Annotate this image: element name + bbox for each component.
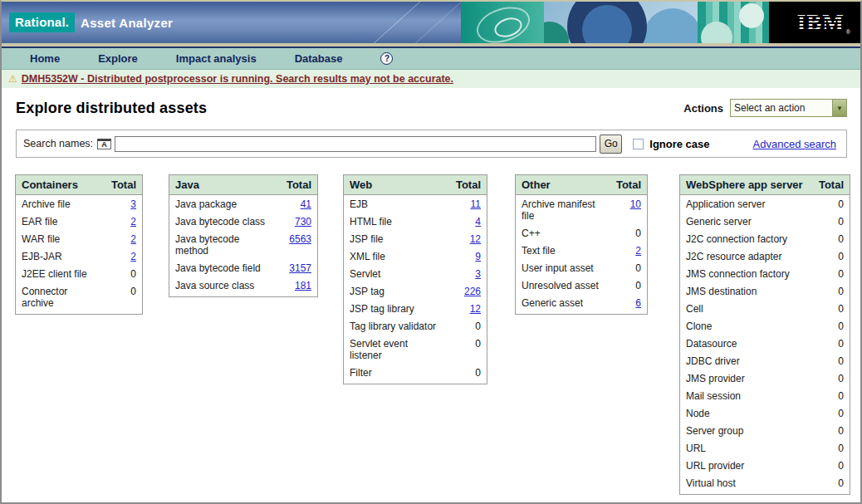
row-value-link[interactable]: 3 — [130, 198, 136, 210]
row-value-link[interactable]: 2 — [130, 216, 136, 228]
row-label: Connector archive — [22, 286, 88, 309]
table-row: Archive file3 — [16, 196, 142, 213]
row-value-link[interactable]: 226 — [464, 286, 481, 297]
row-value: 0 — [838, 460, 844, 472]
match-case-icon[interactable]: A — [97, 139, 111, 149]
row-label: Java bytecode field — [175, 262, 261, 274]
row-label: HTML file — [350, 216, 392, 228]
row-label: Tag library validator — [350, 321, 436, 332]
row-label: EAR file — [22, 216, 57, 228]
row-label: User input asset — [522, 262, 594, 274]
table-row: Tag library validator0 — [344, 318, 487, 335]
row-value-link[interactable]: 9 — [475, 251, 481, 262]
row-label: JSP file — [350, 233, 383, 245]
row-value: 0 — [838, 425, 844, 437]
panel-body: Java package41Java bytecode class730Java… — [169, 195, 317, 296]
warning-banner: ⚠ DMH5352W - Distributed postprocessor i… — [2, 70, 860, 88]
row-value-link[interactable]: 2 — [130, 233, 136, 245]
row-value-link[interactable]: 6 — [635, 297, 641, 309]
table-row: Cell0 — [680, 301, 850, 318]
row-label: Server group — [686, 425, 743, 437]
go-button[interactable]: Go — [600, 135, 622, 154]
panel-web: WebTotalEJB11HTML file4JSP file12XML fil… — [343, 174, 487, 384]
table-row: Text file2 — [516, 242, 647, 260]
help-icon[interactable]: ? — [380, 52, 393, 65]
nav-item-impact-analysis[interactable]: Impact analysis — [176, 52, 257, 65]
actions-select[interactable]: Select an action ▼ — [730, 99, 847, 117]
row-label: EJB — [350, 198, 368, 210]
row-value-link[interactable]: 181 — [295, 280, 311, 291]
table-row: Filter0 — [344, 365, 487, 382]
row-value: 0 — [635, 280, 641, 291]
table-row: JSP tag226 — [344, 283, 487, 301]
row-label: Filter — [350, 367, 372, 379]
panel-title: Java — [175, 179, 199, 191]
row-value: 0 — [838, 321, 844, 332]
row-value: 0 — [838, 355, 844, 367]
row-value: 0 — [475, 367, 481, 379]
row-label: C++ — [522, 228, 541, 239]
table-row: EJB11 — [344, 196, 487, 213]
row-value-link[interactable]: 4 — [475, 216, 481, 228]
row-label: URL — [686, 443, 706, 454]
row-value: 0 — [475, 338, 481, 350]
table-row: JDBC driver0 — [680, 353, 850, 370]
row-label: Node — [686, 408, 710, 419]
row-value-link[interactable]: 11 — [471, 198, 481, 210]
row-label: EJB-JAR — [22, 251, 62, 262]
row-value-link[interactable]: 10 — [630, 198, 641, 210]
row-value: 0 — [130, 268, 136, 280]
table-row: Java package41 — [169, 196, 317, 213]
table-row: XML file9 — [344, 248, 487, 266]
table-row: WAR file2 — [16, 231, 142, 248]
banner-artwork — [461, 2, 544, 43]
panel-total-label: Total — [616, 179, 641, 191]
panel-body: Archive manifest file10C++0Text file2Use… — [516, 195, 647, 314]
row-label: Servlet — [350, 268, 380, 280]
page-header: Explore distributed assets Actions Selec… — [2, 88, 860, 128]
table-row: Archive manifest file10 — [516, 196, 647, 225]
row-value: 0 — [838, 216, 844, 228]
row-value-link[interactable]: 6563 — [289, 233, 311, 245]
row-label: JDBC driver — [686, 355, 740, 367]
warning-message-link[interactable]: DMH5352W - Distributed postprocessor is … — [22, 73, 453, 85]
ignore-case-checkbox[interactable] — [633, 139, 644, 149]
actions-label: Actions — [683, 102, 723, 115]
row-value-link[interactable]: 12 — [470, 303, 481, 315]
row-value-link[interactable]: 41 — [301, 198, 311, 210]
row-value-link[interactable]: 730 — [295, 216, 311, 228]
table-row: JSP file12 — [344, 231, 487, 248]
row-value-link[interactable]: 2 — [130, 251, 136, 262]
chevron-down-icon[interactable]: ▼ — [832, 100, 846, 116]
row-value-link[interactable]: 3 — [475, 268, 481, 280]
table-row: JSP tag library12 — [344, 301, 487, 318]
row-value: 0 — [838, 477, 844, 489]
row-value-link[interactable]: 12 — [470, 233, 481, 245]
nav-item-explore[interactable]: Explore — [98, 52, 138, 65]
row-value: 0 — [838, 408, 844, 419]
row-label: Mail session — [686, 390, 741, 402]
table-row: User input asset0 — [516, 260, 647, 277]
row-value-link[interactable]: 2 — [635, 245, 641, 257]
panel-other: OtherTotalArchive manifest file10C++0Tex… — [515, 174, 648, 315]
row-value: 0 — [838, 198, 844, 210]
advanced-search-link[interactable]: Advanced search — [753, 138, 836, 150]
table-row: C++0 — [516, 225, 647, 242]
row-label: Generic asset — [522, 297, 583, 309]
row-value-link[interactable]: 3157 — [289, 262, 311, 274]
nav-item-home[interactable]: Home — [30, 52, 60, 65]
search-input[interactable] — [115, 136, 596, 152]
table-row: Node0 — [680, 405, 850, 423]
nav-item-database[interactable]: Database — [295, 52, 343, 65]
table-row: J2C connection factory0 — [680, 231, 850, 248]
table-row: EAR file2 — [16, 213, 142, 231]
panel-websphere: WebSphere app serverTotalApplication ser… — [679, 174, 850, 495]
row-label: Clone — [686, 321, 712, 332]
table-row: Mail session0 — [680, 388, 850, 405]
panel-total-label: Total — [111, 179, 136, 191]
row-value: 0 — [838, 303, 844, 315]
table-row: Clone0 — [680, 318, 850, 335]
main-navbar: HomeExploreImpact analysisDatabase? — [2, 46, 860, 70]
row-label: J2C connection factory — [686, 233, 787, 245]
table-row: Java bytecode method6563 — [169, 231, 317, 260]
